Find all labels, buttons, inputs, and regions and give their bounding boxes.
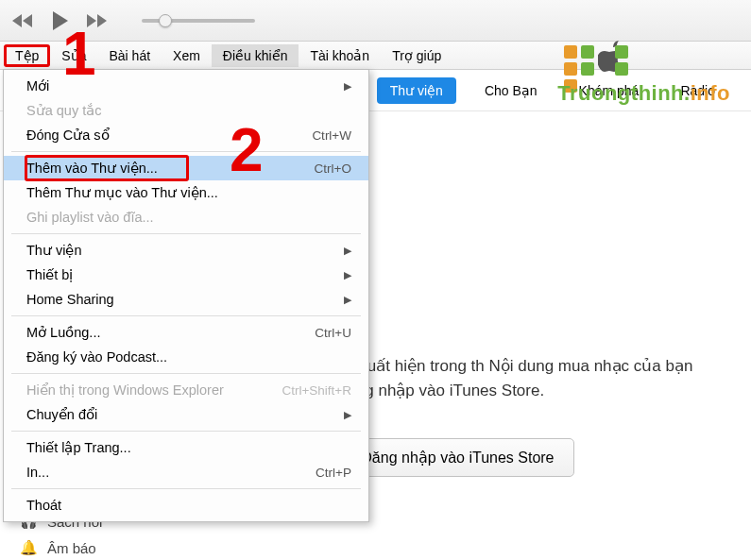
dropdown-item[interactable]: Mới▶ xyxy=(4,74,368,98)
dropdown-item-label: Thiết bị xyxy=(26,267,73,282)
dropdown-item-label: Chuyển đổi xyxy=(26,407,97,422)
menu-edit[interactable]: Sửa xyxy=(50,44,97,67)
player-bar xyxy=(0,0,751,42)
dropdown-item-label: Thêm Thư mục vào Thư viện... xyxy=(26,185,218,200)
dropdown-item[interactable]: Đóng Cửa sổCtrl+W xyxy=(4,123,368,147)
dropdown-item[interactable]: Thoát xyxy=(4,493,368,518)
dropdown-item-label: Mở Luồng... xyxy=(26,325,100,340)
shortcut-label: Ctrl+W xyxy=(312,128,351,143)
dropdown-item[interactable]: Thiết bị▶ xyxy=(4,263,368,287)
menu-song[interactable]: Bài hát xyxy=(97,44,162,67)
shortcut-label: Ctrl+U xyxy=(315,326,351,340)
forward-icon[interactable] xyxy=(83,12,108,29)
dropdown-item[interactable]: Thêm Thư mục vào Thư viện... xyxy=(4,180,368,205)
dropdown-item-label: Thoát xyxy=(26,498,61,513)
menu-controls[interactable]: Điều khiển xyxy=(212,44,299,67)
dropdown-item-label: Thêm vào Thư viện... xyxy=(26,161,158,176)
playback-controls xyxy=(11,8,108,33)
dropdown-item-label: Sửa quy tắc xyxy=(26,103,101,118)
dropdown-item-label: Mới xyxy=(26,78,49,93)
chevron-right-icon: ▶ xyxy=(344,269,351,281)
dropdown-item[interactable]: In...Ctrl+P xyxy=(4,460,368,484)
chevron-right-icon: ▶ xyxy=(344,409,351,421)
shortcut-label: Ctrl+P xyxy=(316,466,351,480)
dropdown-item[interactable]: Thêm vào Thư viện...Ctrl+O xyxy=(4,156,368,180)
tab-library[interactable]: Thư viện xyxy=(377,77,456,104)
dropdown-item: Sửa quy tắc xyxy=(4,98,368,123)
signin-store-button[interactable]: Đăng nhập vào iTunes Store xyxy=(341,438,573,477)
menu-file[interactable]: Tệp xyxy=(4,44,50,67)
shortcut-label: Ctrl+Shift+R xyxy=(282,383,351,398)
dropdown-item: Ghi playlist vào đĩa... xyxy=(4,205,368,229)
dropdown-item[interactable]: Đăng ký vào Podcast... xyxy=(4,345,368,369)
sidebar-item-tones[interactable]: 🔔 Âm báo xyxy=(19,535,132,560)
sidebar-item-label: Âm báo xyxy=(47,540,96,556)
dropdown-item-label: In... xyxy=(26,465,49,480)
tab-browse[interactable]: Khám phá xyxy=(566,77,653,104)
chevron-right-icon: ▶ xyxy=(344,245,351,257)
tab-radio[interactable]: Radio xyxy=(667,77,728,104)
ringtone-icon: 🔔 xyxy=(19,539,38,556)
chevron-right-icon: ▶ xyxy=(344,294,351,306)
volume-slider[interactable] xyxy=(142,19,255,23)
play-icon[interactable] xyxy=(47,8,72,33)
shortcut-label: Ctrl+O xyxy=(315,161,351,176)
dropdown-item-label: Đóng Cửa sổ xyxy=(26,127,110,143)
rewind-icon[interactable] xyxy=(11,12,36,29)
dropdown-item-label: Home Sharing xyxy=(26,292,114,307)
dropdown-item[interactable]: Home Sharing▶ xyxy=(4,287,368,312)
menu-view[interactable]: Xem xyxy=(162,44,212,67)
menu-help[interactable]: Trợ giúp xyxy=(381,44,452,67)
dropdown-item[interactable]: Thiết lập Trang... xyxy=(4,435,368,460)
dropdown-item[interactable]: Thư viện▶ xyxy=(4,238,368,263)
dropdown-item-label: Thiết lập Trang... xyxy=(26,440,131,455)
dropdown-item: Hiển thị trong Windows ExplorerCtrl+Shif… xyxy=(4,378,368,402)
dropdown-item-label: Đăng ký vào Podcast... xyxy=(26,349,167,365)
chevron-right-icon: ▶ xyxy=(344,80,351,93)
menu-account[interactable]: Tài khoản xyxy=(299,44,381,67)
menu-bar: Tệp Sửa Bài hát Xem Điều khiển Tài khoản… xyxy=(0,42,751,70)
dropdown-item-label: Hiển thị trong Windows Explorer xyxy=(26,382,224,398)
dropdown-item-label: Thư viện xyxy=(26,243,82,258)
dropdown-item[interactable]: Chuyển đổi▶ xyxy=(4,402,368,427)
tab-for-you[interactable]: Cho Bạn xyxy=(471,77,551,104)
file-dropdown-menu: Mới▶Sửa quy tắcĐóng Cửa sổCtrl+WThêm vào… xyxy=(3,69,369,522)
dropdown-item-label: Ghi playlist vào đĩa... xyxy=(26,210,154,225)
dropdown-item[interactable]: Mở Luồng...Ctrl+U xyxy=(4,320,368,345)
